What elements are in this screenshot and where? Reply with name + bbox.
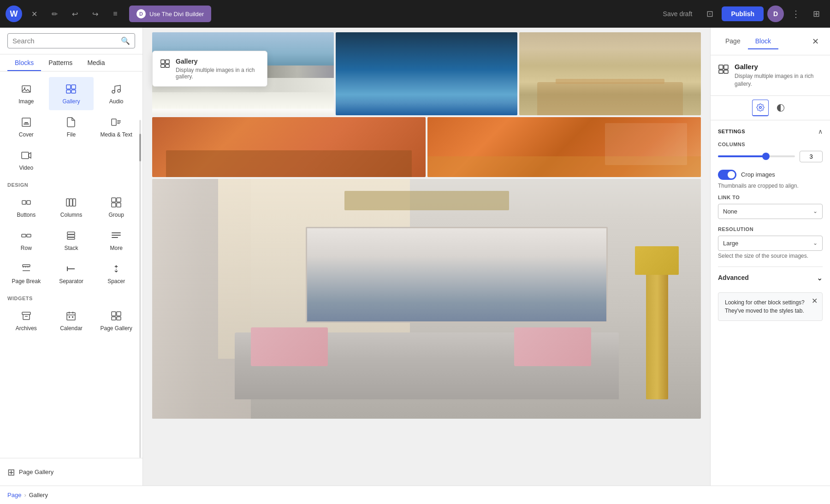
svg-rect-20	[73, 199, 76, 206]
topbar: W ✕ ✏ ↩ ↪ ≡ D Use The Divi Builder Save …	[0, 0, 830, 28]
page-gallery-label: Page Gallery	[19, 468, 53, 475]
view-button[interactable]: ⊡	[701, 6, 718, 22]
block-item-stack[interactable]: Stack	[49, 224, 94, 257]
stack-block-icon	[65, 229, 77, 242]
notification-close-button[interactable]: ✕	[812, 296, 818, 305]
block-item-page-break[interactable]: Page Break	[4, 257, 49, 290]
svg-rect-18	[66, 199, 69, 206]
link-to-select-wrap: None Media File Attachment Page ⌄	[718, 204, 823, 219]
pencil-icon-button[interactable]: ✏	[46, 6, 63, 22]
link-to-select[interactable]: None Media File Attachment Page	[718, 204, 822, 219]
svg-rect-45	[161, 60, 165, 64]
svg-rect-15	[22, 152, 29, 159]
block-item-media-text[interactable]: Media & Text	[94, 110, 139, 143]
columns-block-icon	[65, 196, 77, 209]
columns-slider-row	[718, 151, 823, 162]
right-tab-block[interactable]: Block	[748, 34, 778, 49]
block-item-video[interactable]: Video	[4, 143, 49, 177]
gallery-block-label: Gallery	[62, 98, 80, 105]
save-draft-button[interactable]: Save draft	[658, 6, 698, 21]
crop-images-toggle[interactable]	[718, 170, 736, 180]
block-item-gallery[interactable]: Gallery	[49, 77, 94, 110]
search-input[interactable]	[12, 37, 118, 45]
redo-button[interactable]: ↪	[87, 6, 103, 22]
svg-rect-44	[117, 317, 121, 320]
tooltip-title: Gallery	[176, 58, 260, 65]
block-item-row[interactable]: Row	[4, 224, 49, 257]
settings-tab-settings[interactable]	[752, 100, 769, 116]
svg-rect-9	[24, 124, 29, 125]
page-gallery-block-icon	[110, 309, 123, 322]
gallery-image-living-room	[152, 179, 701, 419]
columns-slider-track[interactable]	[718, 155, 795, 157]
svg-rect-28	[67, 235, 75, 237]
block-item-group[interactable]: Group	[94, 190, 139, 224]
tab-patterns[interactable]: Patterns	[41, 54, 80, 71]
tab-blocks[interactable]: Blocks	[7, 54, 41, 71]
more-options-button[interactable]: ⋮	[788, 6, 804, 22]
undo-button[interactable]: ↩	[66, 6, 83, 22]
block-item-file[interactable]: File	[49, 110, 94, 143]
tab-media[interactable]: Media	[80, 54, 112, 71]
breadcrumb-page[interactable]: Page	[7, 492, 21, 498]
avatar[interactable]: D	[767, 6, 784, 22]
block-item-buttons[interactable]: Buttons	[4, 190, 49, 224]
breadcrumb-gallery: Gallery	[29, 492, 48, 498]
close-editor-button[interactable]: ✕	[26, 6, 42, 22]
block-item-page-gallery[interactable]: Page Gallery	[94, 304, 139, 337]
stack-block-label: Stack	[64, 245, 78, 251]
notification-banner: Looking for other block settings? They'v…	[718, 292, 823, 321]
block-item-image[interactable]: Image	[4, 77, 49, 110]
svg-rect-41	[112, 312, 116, 316]
svg-rect-27	[67, 232, 75, 234]
left-panel: 🔍 Blocks Patterns Media	[0, 28, 143, 486]
columns-input[interactable]	[800, 151, 823, 162]
resolution-select[interactable]: Large Full Size Medium Large Medium Thum…	[718, 236, 822, 250]
svg-rect-32	[112, 237, 118, 238]
audio-block-label: Audio	[109, 98, 124, 105]
close-right-panel-button[interactable]: ✕	[808, 34, 823, 49]
right-tab-page[interactable]: Page	[718, 34, 748, 49]
settings-title: Settings	[718, 129, 745, 134]
settings-tab-style[interactable]	[772, 100, 789, 116]
svg-point-6	[112, 90, 115, 93]
svg-rect-43	[112, 317, 116, 320]
block-item-archives[interactable]: Archives	[4, 304, 49, 337]
list-view-button[interactable]: ≡	[107, 6, 124, 22]
separator-block-label: Separator	[59, 278, 83, 285]
svg-rect-40	[72, 316, 73, 318]
block-item-calendar[interactable]: Calendar	[49, 304, 94, 337]
page-break-block-label: Page Break	[12, 278, 41, 285]
svg-rect-22	[117, 198, 121, 202]
block-info-description: Display multiple images in a rich galler…	[735, 72, 823, 88]
image-block-label: Image	[18, 98, 34, 105]
block-item-audio[interactable]: Audio	[94, 77, 139, 110]
audio-block-icon	[110, 83, 123, 95]
block-item-cover[interactable]: Cover	[4, 110, 49, 143]
advanced-header[interactable]: Advanced ⌄	[718, 267, 823, 289]
block-item-more[interactable]: More	[94, 224, 139, 257]
block-item-columns[interactable]: Columns	[49, 190, 94, 224]
svg-rect-52	[724, 70, 728, 73]
tooltip-description: Display multiple images in a rich galler…	[176, 67, 260, 80]
advanced-title: Advanced	[718, 274, 749, 281]
divi-builder-button[interactable]: D Use The Divi Builder	[129, 6, 211, 22]
widgets-blocks-grid: Archives Calendar	[0, 304, 142, 337]
block-item-separator[interactable]: Separator	[49, 257, 94, 290]
svg-rect-12	[117, 120, 121, 121]
settings-section-header: Settings ∧	[718, 128, 823, 135]
settings-chevron-button[interactable]: ∧	[818, 128, 823, 135]
more-block-label: More	[110, 245, 122, 251]
svg-rect-33	[23, 265, 30, 267]
video-block-icon	[20, 149, 33, 162]
wp-logo[interactable]: W	[6, 6, 22, 22]
sidebar-toggle-button[interactable]: ⊞	[808, 6, 824, 22]
separator-block-icon	[65, 262, 77, 275]
publish-button[interactable]: Publish	[722, 6, 764, 21]
block-item-spacer[interactable]: Spacer	[94, 257, 139, 290]
svg-rect-51	[719, 70, 723, 73]
link-to-label: LINK TO	[718, 195, 823, 200]
gallery-block-icon	[65, 83, 77, 95]
advanced-chevron-icon: ⌄	[817, 273, 823, 282]
svg-rect-14	[117, 123, 120, 124]
